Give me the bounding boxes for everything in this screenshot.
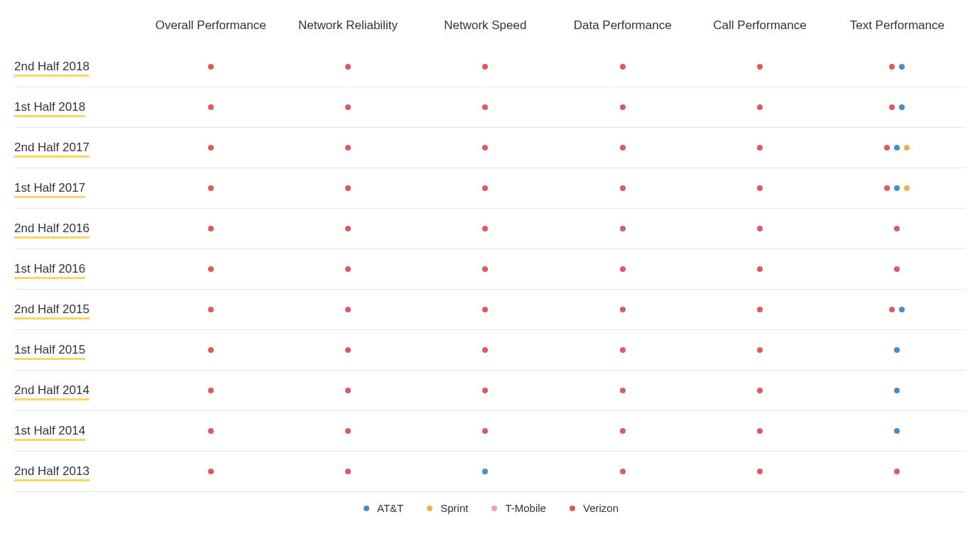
- verizon-dot: [208, 307, 214, 312]
- winner-cell: [829, 128, 966, 168]
- verizon-dot: [757, 145, 763, 151]
- verizon-dot: [208, 104, 214, 110]
- verizon-dot: [757, 388, 763, 393]
- verizon-dot: [889, 307, 895, 312]
- winner-cell: [279, 411, 416, 451]
- winner-cell: [417, 168, 554, 208]
- verizon-dot: [345, 64, 351, 70]
- period-label-text: 1st Half 2015: [14, 343, 85, 357]
- verizon-dot: [345, 226, 351, 231]
- period-label[interactable]: 2nd Half 2016: [14, 209, 142, 249]
- verizon-dot: [889, 104, 895, 110]
- verizon-dot: [757, 307, 763, 312]
- legend-label: T-Mobile: [505, 502, 546, 514]
- period-label[interactable]: 2nd Half 2015: [14, 290, 142, 329]
- att-dot: [899, 104, 905, 110]
- sprint-legend-dot: [427, 506, 432, 511]
- verizon-dot: [884, 145, 890, 151]
- verizon-dot: [208, 266, 214, 272]
- period-label[interactable]: 2nd Half 2017: [14, 128, 142, 168]
- winner-cell: [417, 209, 554, 249]
- period-label[interactable]: 1st Half 2018: [14, 87, 142, 127]
- verizon-dot: [620, 307, 626, 312]
- period-label-text: 1st Half 2016: [14, 262, 85, 276]
- verizon-dot: [345, 469, 351, 474]
- verizon-dot: [345, 428, 351, 434]
- verizon-dot: [345, 388, 351, 393]
- winner-cell: [554, 371, 691, 410]
- winner-cell: [279, 249, 416, 289]
- att-dot: [894, 347, 900, 353]
- winner-cell: [691, 168, 828, 208]
- column-header: Overall Performance: [142, 14, 279, 47]
- winner-cell: [554, 411, 691, 451]
- winner-cell: [417, 87, 554, 127]
- verizon-dot: [208, 64, 214, 70]
- legend-label: Verizon: [583, 502, 619, 514]
- winner-cell: [691, 209, 828, 249]
- winner-cell: [691, 128, 828, 168]
- verizon-dot: [757, 64, 763, 70]
- winner-cell: [829, 209, 966, 249]
- att-dot: [482, 469, 488, 474]
- period-label-text: 2nd Half 2016: [14, 222, 89, 236]
- winner-cell: [279, 452, 416, 491]
- verizon-dot: [620, 226, 626, 231]
- att-dot: [894, 145, 900, 151]
- period-label[interactable]: 1st Half 2014: [14, 411, 142, 451]
- verizon-dot: [894, 226, 900, 231]
- verizon-dot: [345, 104, 351, 110]
- winner-cell: [829, 330, 966, 370]
- verizon-dot: [620, 428, 626, 434]
- chart-grid: Overall PerformanceNetwork ReliabilityNe…: [14, 14, 966, 492]
- period-label[interactable]: 1st Half 2017: [14, 168, 142, 208]
- verizon-dot: [345, 145, 351, 151]
- verizon-dot: [884, 185, 890, 191]
- verizon-dot: [482, 307, 488, 312]
- verizon-dot: [208, 226, 214, 231]
- winner-cell: [691, 290, 828, 329]
- column-header: Network Speed: [417, 14, 554, 47]
- winner-cell: [417, 330, 554, 370]
- winner-cell: [554, 47, 691, 87]
- winner-cell: [417, 411, 554, 451]
- att-dot: [894, 428, 900, 434]
- period-label[interactable]: 2nd Half 2014: [14, 371, 142, 410]
- verizon-dot: [894, 266, 900, 272]
- winner-cell: [691, 411, 828, 451]
- winner-cell: [142, 209, 279, 249]
- winner-cell: [142, 249, 279, 289]
- verizon-dot: [620, 104, 626, 110]
- verizon-dot: [620, 347, 626, 353]
- period-label[interactable]: 2nd Half 2013: [14, 452, 142, 491]
- winner-cell: [829, 371, 966, 410]
- verizon-dot: [208, 185, 214, 191]
- winner-cell: [554, 249, 691, 289]
- verizon-dot: [345, 307, 351, 312]
- winner-cell: [829, 47, 966, 87]
- legend-item-att: AT&T: [361, 502, 403, 514]
- winner-cell: [279, 290, 416, 329]
- period-label[interactable]: 1st Half 2016: [14, 249, 142, 289]
- winner-cell: [417, 371, 554, 410]
- winner-cell: [279, 128, 416, 168]
- winner-cell: [829, 452, 966, 491]
- sprint-dot: [904, 145, 910, 151]
- legend-item-sprint: Sprint: [425, 502, 468, 514]
- period-label[interactable]: 2nd Half 2018: [14, 47, 142, 87]
- verizon-dot: [208, 469, 214, 474]
- winner-cell: [554, 168, 691, 208]
- verizon-dot: [620, 266, 626, 272]
- verizon-dot: [620, 469, 626, 474]
- verizon-dot: [482, 185, 488, 191]
- winner-cell: [829, 411, 966, 451]
- legend-label: AT&T: [377, 502, 403, 514]
- verizon-dot: [757, 226, 763, 231]
- verizon-dot: [208, 428, 214, 434]
- verizon-dot: [208, 145, 214, 151]
- period-label[interactable]: 1st Half 2015: [14, 330, 142, 370]
- verizon-dot: [482, 266, 488, 272]
- sprint-dot: [904, 185, 910, 191]
- winner-cell: [829, 249, 966, 289]
- period-label-text: 1st Half 2018: [14, 100, 85, 114]
